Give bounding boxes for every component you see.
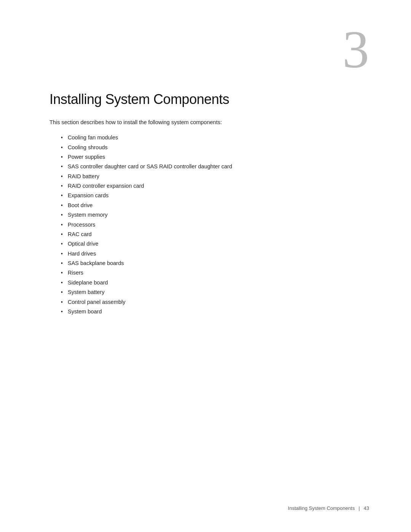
footer-separator: | [358,505,360,511]
list-item: System battery [61,288,362,297]
list-item: Risers [61,268,362,278]
list-item: RAC card [61,230,362,239]
list-item: Processors [61,220,362,230]
list-item: SAS controller daughter card or SAS RAID… [61,162,362,171]
list-item: Boot drive [61,201,362,210]
page-footer: Installing System Components | 43 [288,505,369,511]
list-item: Optical drive [61,239,362,249]
intro-paragraph: This section describes how to install th… [49,118,362,127]
list-item: RAID battery [61,172,362,181]
list-item: System board [61,307,362,316]
list-item: Cooling shrouds [61,143,362,152]
chapter-title: Installing System Components [49,91,362,107]
footer-label: Installing System Components [288,505,355,511]
list-item: Expansion cards [61,191,362,200]
list-item: Sideplane board [61,278,362,288]
list-item: Cooling fan modules [61,133,362,142]
list-item: Hard drives [61,249,362,259]
components-list: Cooling fan modulesCooling shroudsPower … [61,133,362,316]
footer-page-number: 43 [364,505,369,511]
list-item: Control panel assembly [61,297,362,307]
list-item: RAID controller expansion card [61,181,362,191]
list-item: SAS backplane boards [61,259,362,268]
list-item: Power supplies [61,152,362,162]
list-item: System memory [61,210,362,220]
chapter-number: 3 [342,23,369,76]
page: 3 Installing System Components This sect… [0,0,411,532]
